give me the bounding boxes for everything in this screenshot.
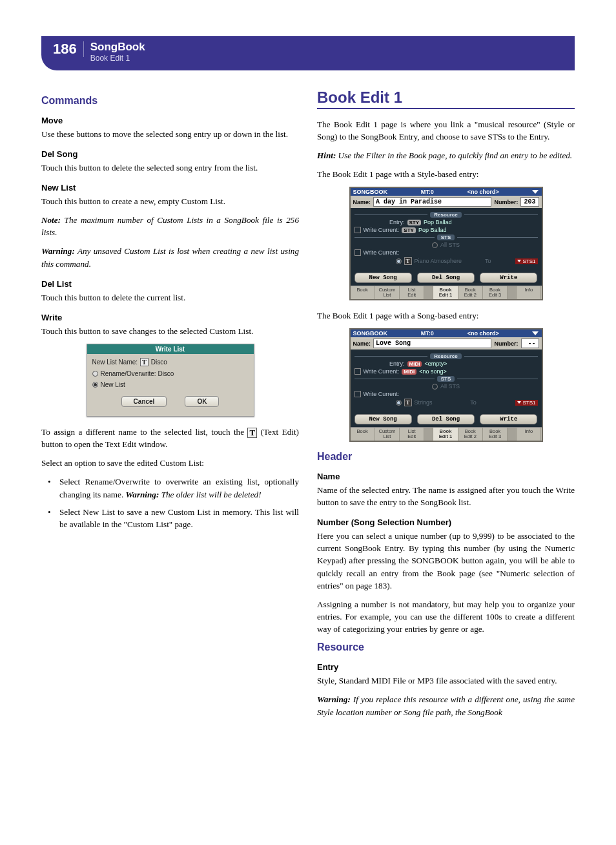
lcd-tabs: Book CustomList ListEdit BookEdit 1 Book… [351, 427, 542, 441]
sts-write-current-label: Write Current: [364, 391, 400, 397]
tab-book-edit-3[interactable]: BookEdit 3 [483, 286, 508, 299]
assign-name-text: To assign a different name to the select… [41, 426, 299, 450]
lcd-number-label: Number: [494, 340, 518, 347]
cancel-button[interactable]: Cancel [121, 396, 167, 407]
opt-newlist-label: New List [101, 381, 125, 388]
newlist-name-label: New List Name: [92, 359, 138, 366]
bullet-newlist: Select New List to save a new Custom Lis… [41, 506, 299, 530]
delsong-heading: Del Song [41, 149, 299, 159]
lcd-number-value[interactable]: -- [521, 339, 539, 348]
lcd-name-label: Name: [353, 199, 371, 205]
tab-book[interactable]: Book [351, 428, 375, 441]
sts-item-radio[interactable] [396, 258, 402, 264]
radio-rename[interactable] [92, 371, 98, 377]
delsong-text: Touch this button to delete the selected… [41, 162, 299, 174]
newlist-text: Touch this button to create a new, empty… [41, 195, 299, 207]
resource-label: Resource [430, 353, 461, 359]
to-label: To [485, 258, 491, 264]
tab-info[interactable]: Info [517, 428, 541, 441]
name-heading: Name [317, 472, 575, 481]
sts-write-current-label: Write Current: [364, 249, 400, 256]
tab-list-edit[interactable]: ListEdit [400, 428, 424, 441]
write-current-value: <no song> [419, 368, 447, 375]
tab-custom-list[interactable]: CustomList [375, 428, 400, 441]
entry-label: Entry: [354, 360, 405, 367]
write-list-dialog: Write List New List Name: T Disco Rename… [87, 344, 254, 417]
header-heading: Header [317, 451, 575, 463]
tab-book-edit-3[interactable]: BookEdit 3 [483, 428, 508, 441]
write-current-chip: STY [402, 227, 416, 233]
sts-to-dropdown[interactable]: STS1 [515, 400, 537, 406]
opt-rename-label: Rename/Overwrite: Disco [101, 370, 174, 377]
lcd-name-input[interactable] [373, 197, 491, 207]
all-sts-label: All STS [440, 242, 460, 248]
lcd-song-entry: SONGBOOK MT:0 <no chord> Name: Number: -… [349, 328, 543, 442]
lcd-style-entry: SONGBOOK MT:0 <no chord> Name: Number: 2… [349, 187, 543, 300]
caption-song-entry: The Book Edit 1 page with a Song-based e… [317, 309, 575, 322]
section-title: SongBook [90, 41, 145, 54]
write-button[interactable]: Write [480, 414, 537, 424]
del-song-button[interactable]: Del Song [417, 273, 475, 283]
dropdown-icon[interactable] [532, 331, 539, 335]
dialog-title: Write List [87, 344, 254, 354]
tab-custom-list[interactable]: CustomList [375, 286, 400, 299]
lcd-number-value[interactable]: 203 [520, 197, 539, 207]
lcd-title: SONGBOOK [353, 330, 388, 337]
entry-value: <empty> [424, 360, 447, 367]
write-current-label: Write Current: [364, 368, 400, 375]
lcd-name-label: Name: [353, 340, 371, 347]
all-sts-radio[interactable] [432, 384, 438, 390]
text-edit-icon[interactable]: T [404, 399, 412, 406]
lcd-mt: MT:0 [421, 330, 434, 337]
lcd-name-input[interactable] [373, 339, 491, 348]
write-current-chip: MIDI [402, 369, 416, 375]
write-current-value: Pop Ballad [418, 227, 447, 233]
lcd-chord: <no chord> [467, 330, 499, 337]
write-heading: Write [41, 313, 299, 322]
all-sts-label: All STS [440, 383, 460, 390]
entry-type-chip: MIDI [407, 361, 422, 367]
write-current-label: Write Current: [364, 227, 400, 233]
text-edit-icon[interactable]: T [404, 257, 412, 265]
write-current-checkbox[interactable] [354, 368, 361, 375]
entry-warning: Warning: If you replace this resource wi… [317, 693, 575, 718]
sts-to-dropdown[interactable]: STS1 [515, 258, 537, 264]
section-subtitle: Book Edit 1 [90, 54, 145, 63]
dropdown-icon[interactable] [532, 190, 539, 194]
commands-heading: Commands [41, 95, 299, 107]
write-current-checkbox[interactable] [354, 227, 361, 233]
book-edit-heading: Book Edit 1 [317, 89, 575, 109]
tab-book[interactable]: Book [351, 286, 375, 299]
newlist-warning: Warning: Any unsaved Custom List is lost… [41, 245, 299, 269]
write-button[interactable]: Write [480, 273, 537, 283]
all-sts-radio[interactable] [432, 242, 438, 248]
newlist-name-value: Disco [151, 359, 167, 366]
lcd-chord: <no chord> [467, 189, 499, 195]
tab-list-edit[interactable]: ListEdit [400, 286, 424, 299]
sts-write-current-checkbox[interactable] [354, 391, 361, 397]
right-column: Book Edit 1 The Book Edit 1 page is wher… [317, 89, 575, 725]
move-heading: Move [41, 116, 299, 125]
tab-book-edit-1[interactable]: BookEdit 1 [433, 428, 458, 441]
resource-heading: Resource [317, 642, 575, 653]
number-text-2: Assigning a number is not mandatory, but… [317, 598, 575, 635]
tab-book-edit-2[interactable]: BookEdit 2 [458, 286, 483, 299]
tab-info[interactable]: Info [517, 286, 541, 299]
resource-label: Resource [430, 212, 461, 218]
number-text-1: Here you can select a unique number (up … [317, 530, 575, 592]
tab-book-edit-1[interactable]: BookEdit 1 [433, 286, 458, 299]
left-column: Commands Move Use these buttons to move … [41, 89, 299, 725]
select-option-text: Select an option to save the edited Cust… [41, 457, 299, 469]
sts-write-current-checkbox[interactable] [354, 249, 361, 256]
new-song-button[interactable]: New Song [354, 414, 412, 424]
new-song-button[interactable]: New Song [354, 273, 412, 283]
text-edit-icon[interactable]: T [140, 358, 149, 366]
caption-style-entry: The Book Edit 1 page with a Style-based … [317, 168, 575, 180]
entry-text: Style, Standard MIDI File or MP3 file as… [317, 674, 575, 687]
del-song-button[interactable]: Del Song [417, 414, 475, 424]
ok-button[interactable]: OK [185, 396, 219, 407]
radio-newlist[interactable] [92, 382, 98, 388]
tab-book-edit-2[interactable]: BookEdit 2 [458, 428, 483, 441]
sts-name: Piano Atmosphere [415, 258, 462, 264]
sts-item-radio[interactable] [396, 400, 402, 406]
